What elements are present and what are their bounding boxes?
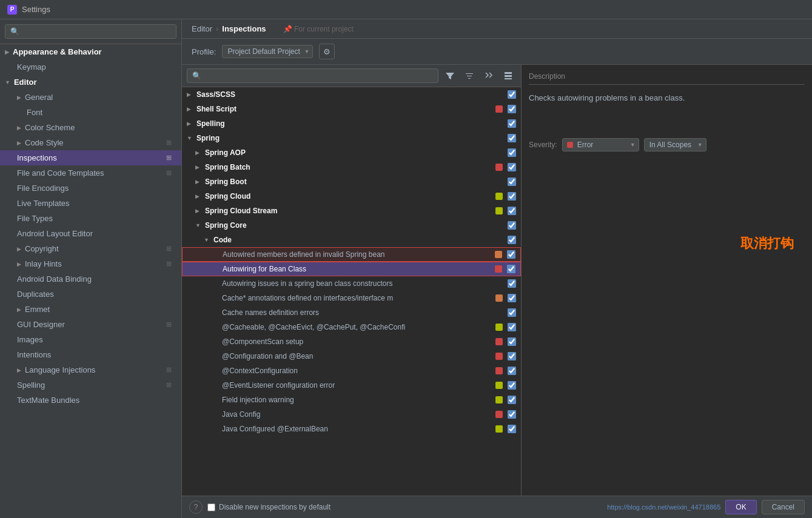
insp-item-spring-boot[interactable]: ▶ Spring Boot: [182, 174, 521, 189]
insp-item-cache-names[interactable]: Cache names definition errors: [182, 305, 521, 320]
sidebar-item-images[interactable]: Images: [0, 332, 181, 347]
insp-item-event-listener[interactable]: @EventListener configuration error: [182, 378, 521, 393]
disable-inspections-checkbox[interactable]: [207, 503, 215, 511]
insp-checkbox-code[interactable]: [508, 236, 516, 244]
sidebar-item-copyright[interactable]: ▶ Copyright ⊞: [0, 241, 181, 256]
color-dot: [495, 411, 503, 418]
insp-checkbox-cache-annotations[interactable]: [508, 294, 516, 302]
insp-checkbox-spring[interactable]: [508, 134, 516, 142]
description-header: Description: [529, 72, 805, 85]
insp-item-sass[interactable]: ▶ Sass/SCSS: [182, 87, 521, 102]
insp-item-spring-batch[interactable]: ▶ Spring Batch: [182, 160, 521, 174]
insp-item-cacheable[interactable]: @Cacheable, @CacheEvict, @CachePut, @Cac…: [182, 320, 521, 334]
insp-checkbox-shell[interactable]: [508, 105, 516, 113]
insp-checkbox-autowiring-bean[interactable]: [507, 265, 515, 273]
sidebar-item-label: General: [25, 93, 53, 102]
insp-checkbox-autowired-invalid[interactable]: [507, 250, 515, 259]
insp-checkbox-spring-cloud-stream[interactable]: [508, 207, 516, 215]
sidebar-item-inspections[interactable]: Inspections ⊞: [0, 150, 181, 165]
sidebar-item-file-encodings[interactable]: File Encodings: [0, 181, 181, 196]
insp-checkbox-autowiring-issues[interactable]: [508, 279, 516, 288]
insp-item-spring-aop[interactable]: ▶ Spring AOP: [182, 145, 521, 160]
breadcrumb-current: Inspections: [222, 24, 266, 33]
insp-checkbox-java-config[interactable]: [508, 410, 516, 419]
insp-checkbox-component-scan[interactable]: [508, 337, 516, 346]
insp-checkbox-event-listener[interactable]: [508, 381, 516, 390]
insp-label: @EventListener configuration error: [222, 381, 495, 390]
sort-button[interactable]: [461, 69, 477, 82]
insp-checkbox-context-config[interactable]: [508, 367, 516, 375]
insp-item-config-bean[interactable]: @Configuration and @Bean: [182, 349, 521, 364]
insp-item-spring-cloud[interactable]: ▶ Spring Cloud: [182, 189, 521, 204]
sidebar-item-label: Images: [17, 335, 43, 344]
severity-select[interactable]: Error Warning Weak Warning Info: [562, 138, 639, 151]
sidebar-item-label: Duplicates: [17, 290, 54, 299]
help-button[interactable]: ?: [189, 500, 203, 514]
arrow-icon: ▶: [187, 106, 194, 112]
insp-checkbox-spring-batch[interactable]: [508, 163, 516, 171]
insp-item-spring-cloud-stream[interactable]: ▶ Spring Cloud Stream: [182, 204, 521, 218]
insp-item-spring[interactable]: ▼ Spring: [182, 131, 521, 145]
insp-checkbox-spelling[interactable]: [508, 119, 516, 128]
insp-item-shell[interactable]: ▶ Shell Script: [182, 102, 521, 116]
insp-item-java-config[interactable]: Java Config: [182, 407, 521, 422]
sidebar-item-live-templates[interactable]: Live Templates: [0, 196, 181, 211]
sidebar-item-android-layout[interactable]: Android Layout Editor: [0, 226, 181, 241]
insp-checkbox-spring-core[interactable]: [508, 221, 516, 230]
insp-item-autowiring-bean[interactable]: Autowiring for Bean Class: [182, 262, 521, 276]
insp-item-cache-annotations[interactable]: Cache* annotations defined on interfaces…: [182, 291, 521, 305]
insp-item-autowiring-issues[interactable]: Autowiring issues in a spring bean class…: [182, 276, 521, 291]
severity-section: Severity: Error Warning Weak Warning Inf…: [529, 126, 805, 151]
sidebar-item-general[interactable]: ▶ General: [0, 90, 181, 105]
insp-checkbox-spring-cloud[interactable]: [508, 192, 516, 201]
sidebar-item-duplicates[interactable]: Duplicates: [0, 287, 181, 302]
arrow-icon: ▼: [187, 135, 194, 141]
insp-item-code[interactable]: ▼ Code: [182, 233, 521, 247]
insp-item-autowired-invalid[interactable]: Autowired members defined in invalid Spr…: [182, 247, 521, 262]
expand-button[interactable]: [481, 69, 497, 82]
sidebar-item-gui-designer[interactable]: GUI Designer ⊞: [0, 317, 181, 332]
insp-checkbox-sass[interactable]: [508, 90, 516, 99]
sidebar-item-language-injections[interactable]: ▶ Language Injections ⊞: [0, 362, 181, 377]
insp-item-context-config[interactable]: @ContextConfiguration: [182, 364, 521, 378]
gui-designer-icon: ⊞: [166, 320, 172, 328]
insp-checkbox-field-injection[interactable]: [508, 396, 516, 404]
sidebar-item-intentions[interactable]: Intentions: [0, 347, 181, 362]
sidebar-item-file-types[interactable]: File Types: [0, 211, 181, 226]
sidebar-item-editor[interactable]: ▼ Editor: [0, 75, 181, 90]
gear-button[interactable]: ⚙: [319, 44, 335, 59]
scope-select[interactable]: In All Scopes In Tests: [644, 138, 706, 151]
arrow-icon: ▶: [195, 193, 203, 199]
sidebar-item-textmate[interactable]: TextMate Bundles: [0, 393, 181, 408]
insp-checkbox-java-configured[interactable]: [508, 425, 516, 433]
inspections-search-input[interactable]: [187, 68, 438, 83]
sidebar-item-keymap[interactable]: Keymap: [0, 59, 181, 75]
insp-checkbox-cache-names[interactable]: [508, 308, 516, 317]
sidebar-item-label: TextMate Bundles: [17, 396, 79, 405]
cancel-button[interactable]: Cancel: [762, 500, 805, 514]
ok-button[interactable]: OK: [725, 500, 756, 514]
insp-checkbox-spring-aop[interactable]: [508, 148, 516, 157]
sidebar-item-android-data[interactable]: Android Data Binding: [0, 271, 181, 287]
insp-item-java-configured[interactable]: Java Configured @ExternalBean: [182, 422, 521, 436]
insp-item-spelling[interactable]: ▶ Spelling: [182, 116, 521, 131]
sidebar-item-font[interactable]: Font: [0, 105, 181, 120]
sidebar-item-inlay-hints[interactable]: ▶ Inlay Hints ⊞: [0, 256, 181, 271]
sidebar-item-appearance[interactable]: ▶ Appearance & Behavior: [0, 44, 181, 59]
insp-checkbox-config-bean[interactable]: [508, 352, 516, 360]
sidebar-item-file-code-templates[interactable]: File and Code Templates ⊞: [0, 165, 181, 181]
insp-item-spring-core[interactable]: ▼ Spring Core: [182, 218, 521, 233]
profile-select[interactable]: Project Default Project Default: [222, 45, 313, 58]
scope-select-wrap: In All Scopes In Tests: [644, 138, 706, 151]
insp-item-component-scan[interactable]: @ComponentScan setup: [182, 334, 521, 349]
layout-button[interactable]: [500, 69, 516, 82]
insp-checkbox-cacheable[interactable]: [508, 323, 516, 331]
sidebar-item-emmet[interactable]: ▶ Emmet: [0, 302, 181, 317]
sidebar-item-spelling[interactable]: Spelling ⊞: [0, 377, 181, 393]
insp-checkbox-spring-boot[interactable]: [508, 178, 516, 186]
filter-button[interactable]: [442, 69, 458, 82]
sidebar-search-input[interactable]: [5, 24, 176, 39]
sidebar-item-color-scheme[interactable]: ▶ Color Scheme: [0, 120, 181, 135]
sidebar-item-code-style[interactable]: ▶ Code Style ⊞: [0, 135, 181, 150]
insp-item-field-injection[interactable]: Field injection warning: [182, 393, 521, 407]
